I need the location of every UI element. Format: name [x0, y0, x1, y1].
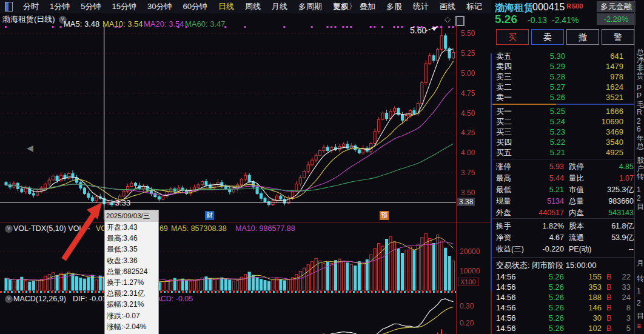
trade-row[interactable]: 14:565.2630B3 [492, 313, 644, 323]
clipped-glyph: 月 [637, 258, 644, 269]
trade-volume: 146 [565, 302, 602, 313]
menu-标记[interactable]: 标记 [461, 1, 488, 12]
bid-row[interactable]: 买五5.214925 [492, 147, 636, 158]
trade-price: 5.26 [529, 272, 564, 282]
ask-row[interactable]: 卖四5.291479 [492, 61, 636, 72]
menu-多股[interactable]: 多股 [381, 1, 408, 12]
trade-time: 14:56 [496, 292, 516, 302]
diamond-icon[interactable]: ◇ [444, 15, 451, 24]
trade-direction: B [606, 323, 612, 333]
bid-row[interactable]: 买三5.233469 [492, 127, 636, 137]
stat-value: 61.8亿 [592, 221, 634, 232]
chevron-down-icon[interactable]: ˅ [5, 225, 13, 233]
maximize-icon[interactable] [455, 16, 465, 26]
stat-value: 543143 [592, 207, 634, 219]
level-volume: 3521 [569, 92, 623, 102]
scroll-left-icon[interactable]: ◀ [27, 143, 33, 153]
stat-row: 外盘440517内盘543143 [492, 207, 644, 219]
level-label: 买三 [496, 127, 512, 137]
ask-row[interactable]: 卖五5.30641 [492, 51, 636, 61]
macd-pane[interactable]: ˅ MACD(12,26,9) DIF: -0.01 DEA: -0.03 MA… [0, 291, 491, 334]
clipped-glyph: 2 [637, 194, 641, 202]
trade-volume: 188 [565, 292, 602, 302]
bid-row[interactable]: 买一5.251666 [492, 106, 636, 116]
stat-label: 跌停 [569, 161, 584, 173]
trade-volume: 353 [565, 282, 602, 292]
trade-volume: 30 [565, 313, 602, 323]
clipped-glyph: 1 [637, 287, 641, 295]
macd-tick-020: 0.20 [460, 319, 474, 327]
bid-row[interactable]: 买二5.2410690 [492, 116, 636, 127]
red-arrow-annotation [52, 199, 112, 266]
candlestick-chart[interactable]: 5.60 ←3.33 3.38 5.505.255.004.754.504.25… [0, 25, 491, 219]
clipped-glyph: 1 [637, 185, 641, 194]
period-toolbar: 分时1分钟5分钟15分钟30分钟60分钟日线周线月线多周期更多〉 复权叠加多股统… [0, 0, 491, 13]
tooltip-row: 换手:1.27% [105, 277, 158, 288]
level-volume: 1666 [569, 106, 623, 116]
stat-label: 最低 [496, 184, 511, 196]
tab-月线[interactable]: 月线 [266, 1, 293, 12]
sector-badge[interactable]: 多元金融 [597, 1, 636, 12]
tab-5分钟[interactable]: 5分钟 [75, 1, 106, 12]
stat-label: 净资 [496, 232, 511, 244]
level-volume: 3540 [569, 137, 623, 147]
menu-复权[interactable]: 复权 [327, 1, 354, 12]
trade-row[interactable]: 14:565.26146B8 [492, 302, 644, 313]
stat-value: 53.9亿 [592, 232, 634, 244]
tab-周线[interactable]: 周线 [240, 1, 266, 12]
forecast-badge[interactable]: 预 [380, 211, 389, 220]
tooltip-date: 2025/09/03/三 [105, 210, 158, 222]
menu-叠加[interactable]: 叠加 [354, 1, 381, 12]
tab-60分钟[interactable]: 60分钟 [177, 1, 212, 12]
trade-time: 14:56 [496, 272, 516, 282]
stat-value: 5.93 [522, 161, 564, 173]
clipped-glyph: 货 [637, 71, 644, 81]
trade-row[interactable]: 14:565.26102B5 [492, 323, 644, 333]
tab-分时[interactable]: 分时 [18, 1, 44, 12]
stat-value: 440517 [522, 207, 564, 219]
ask-row[interactable]: 卖三5.28978 [492, 72, 636, 82]
level-label: 卖五 [496, 51, 512, 61]
stat-label: PE(动) [569, 244, 592, 255]
ask-row[interactable]: 卖二5.271624 [492, 82, 636, 92]
tab-多周期[interactable]: 多周期 [293, 1, 327, 12]
order-button-撤[interactable]: 撤 [566, 29, 599, 45]
trade-row[interactable]: 14:565.26155B22 [492, 272, 644, 282]
stat-label: 涨停 [496, 161, 511, 173]
tab-1分钟[interactable]: 1分钟 [44, 1, 75, 12]
trade-price: 5.26 [529, 292, 564, 302]
order-button-卖[interactable]: 卖 [531, 29, 564, 45]
trade-row[interactable]: 14:565.26353B33 [492, 282, 644, 292]
level-price: 5.26 [529, 92, 565, 102]
tab-日线[interactable]: 日线 [213, 1, 240, 12]
candlestick-svg [0, 25, 491, 219]
tab-15分钟[interactable]: 15分钟 [106, 1, 141, 12]
tooltip-row: 收盘:3.36 [105, 255, 158, 266]
clipped-side-column: 总净非货PP毛R26年总股户转12目月转12目≡ [634, 0, 644, 334]
tab-30分钟[interactable]: 30分钟 [142, 1, 177, 12]
trade-count: 5 [614, 323, 631, 333]
price-tick-3.50: 3.50 [461, 189, 475, 197]
clipped-glyph: 6 [637, 125, 641, 133]
trade-direction: B [606, 292, 612, 302]
axis-line [456, 25, 457, 334]
peak-price-annotation: 5.60 [410, 25, 426, 35]
level-label: 买四 [496, 137, 512, 147]
stat-label: 总量 [569, 196, 584, 207]
finance-report-badge[interactable]: 财 [205, 211, 214, 220]
menu-统计[interactable]: 统计 [408, 1, 434, 12]
order-button-警[interactable]: 警 [602, 29, 634, 45]
level-price: 5.29 [529, 61, 565, 72]
trade-row[interactable]: 14:565.26188B24 [492, 292, 644, 302]
stat-value: 5.21 [522, 184, 564, 196]
tooltip-row: 总量:682524 [105, 266, 158, 277]
bid-row[interactable]: 买四5.223540 [492, 137, 636, 147]
stat-label: 收益(三) [496, 244, 524, 255]
chevron-down-icon[interactable]: ˅ [5, 295, 13, 303]
level-label: 卖三 [496, 72, 512, 82]
menu-画线[interactable]: 画线 [434, 1, 461, 12]
order-button-买[interactable]: 买 [496, 29, 529, 45]
level-price: 5.28 [529, 72, 565, 82]
ask-row[interactable]: 卖一5.263521 [492, 92, 636, 102]
panel-border-blue [491, 53, 492, 291]
